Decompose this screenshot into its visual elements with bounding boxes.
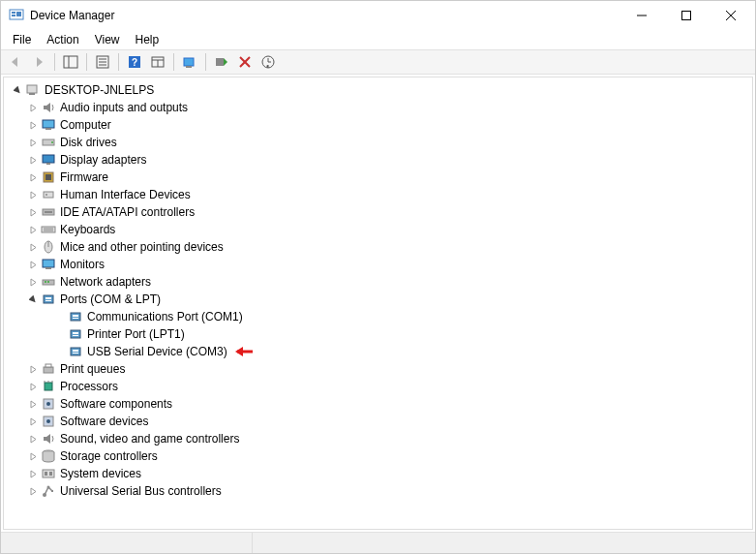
callout-arrow-icon [235, 345, 260, 358]
svg-rect-8 [64, 56, 77, 68]
tree-category[interactable]: Mice and other pointing devices [6, 238, 750, 256]
tree-device[interactable]: Printer Port (LPT1) [6, 325, 750, 343]
tree-category[interactable]: Processors [6, 378, 750, 395]
uninstall-button[interactable] [234, 51, 256, 73]
expand-icon[interactable] [25, 152, 41, 168]
back-button[interactable] [5, 51, 26, 73]
svg-rect-62 [44, 367, 53, 373]
view-button[interactable] [147, 51, 168, 73]
svg-rect-39 [45, 211, 52, 213]
expand-icon[interactable] [25, 431, 41, 446]
minimize-button[interactable] [620, 1, 664, 30]
tree-category[interactable]: Computer [6, 116, 750, 134]
expand-icon[interactable] [25, 204, 41, 220]
device-tree[interactable]: DESKTOP-JNLELPSAudio inputs and outputsC… [3, 77, 753, 530]
menu-file[interactable]: File [5, 31, 39, 48]
svg-rect-19 [184, 58, 194, 66]
svg-text:?: ? [132, 57, 137, 68]
expand-icon[interactable] [25, 466, 41, 481]
tree-item-label: Processors [60, 380, 118, 393]
help-button[interactable]: ? [124, 51, 145, 73]
usb-icon [41, 483, 56, 499]
tree-category[interactable]: IDE ATA/ATAPI controllers [6, 203, 750, 221]
svg-rect-57 [73, 332, 78, 334]
tree-category[interactable]: Universal Serial Bus controllers [6, 482, 750, 500]
showhide-tree-button[interactable] [60, 51, 81, 73]
menu-help[interactable]: Help [128, 31, 167, 48]
software-icon [41, 396, 56, 412]
tree-category[interactable]: Network adapters [6, 273, 750, 291]
maximize-button[interactable] [664, 1, 709, 30]
expand-icon[interactable] [25, 361, 41, 377]
tree-item-label: Software components [60, 397, 172, 411]
forward-button[interactable] [28, 51, 49, 73]
window-title: Device Manager [30, 9, 620, 22]
scan-button[interactable] [179, 51, 200, 73]
tree-category[interactable]: Keyboards [6, 221, 750, 238]
system-icon [41, 466, 56, 481]
tree-category[interactable]: Software components [6, 395, 750, 413]
expand-icon[interactable] [25, 239, 41, 255]
expand-icon[interactable] [25, 100, 41, 115]
monitor-icon [41, 257, 56, 272]
expand-icon[interactable] [25, 117, 41, 133]
tree-category[interactable]: Human Interface Devices [6, 186, 750, 203]
port-icon [41, 292, 56, 307]
expand-icon[interactable] [25, 414, 41, 429]
update-driver-button[interactable] [211, 51, 232, 73]
pc-icon [25, 82, 41, 98]
network-icon [41, 274, 56, 290]
enable-button[interactable] [257, 51, 279, 73]
expand-icon[interactable] [25, 257, 41, 272]
expand-icon[interactable] [25, 169, 41, 185]
tree-category[interactable]: Monitors [6, 256, 750, 273]
expand-icon[interactable] [25, 396, 41, 412]
svg-rect-75 [49, 472, 52, 476]
svg-rect-54 [73, 315, 78, 317]
port-icon [68, 344, 83, 359]
expand-icon[interactable] [25, 187, 41, 202]
properties-button[interactable] [92, 51, 113, 73]
expand-icon[interactable] [25, 274, 41, 290]
svg-rect-64 [45, 383, 52, 390]
tree-category[interactable]: Display adapters [6, 151, 750, 169]
tree-category[interactable]: Storage controllers [6, 447, 750, 465]
tree-category[interactable]: Audio inputs and outputs [6, 99, 750, 116]
tree-category[interactable]: Print queues [6, 360, 750, 378]
svg-point-31 [51, 141, 53, 143]
tree-device[interactable]: USB Serial Device (COM3) [6, 343, 750, 360]
tree-category[interactable]: Sound, video and game controllers [6, 430, 750, 447]
tree-category[interactable]: Disk drives [6, 134, 750, 151]
svg-point-37 [45, 194, 47, 196]
tree-root[interactable]: DESKTOP-JNLELPS [6, 81, 750, 99]
expand-icon[interactable] [25, 483, 41, 499]
tree-category[interactable]: Firmware [6, 169, 750, 186]
svg-rect-28 [43, 120, 54, 128]
tree-device[interactable]: Communications Port (COM1) [6, 308, 750, 325]
menu-action[interactable]: Action [39, 31, 86, 48]
collapse-icon[interactable] [10, 82, 25, 98]
tree-category[interactable]: Software devices [6, 413, 750, 430]
tree-item-label: Printer Port (LPT1) [87, 327, 185, 341]
close-button[interactable] [709, 1, 753, 30]
menubar: File Action View Help [1, 30, 755, 49]
hid-icon [41, 187, 56, 202]
svg-point-48 [45, 281, 46, 283]
menu-view[interactable]: View [87, 31, 128, 48]
tree-category[interactable]: Ports (COM & LPT) [6, 291, 750, 308]
toolbar-separator [118, 53, 119, 71]
toolbar-separator [54, 53, 55, 71]
tree-item-label: Firmware [60, 170, 108, 184]
svg-rect-21 [216, 58, 224, 66]
expand-icon[interactable] [25, 135, 41, 150]
svg-rect-5 [682, 12, 691, 20]
svg-rect-60 [73, 350, 78, 352]
toolbar: ? [1, 49, 755, 75]
expand-icon[interactable] [25, 448, 41, 464]
tree-category[interactable]: System devices [6, 465, 750, 482]
tree-item-label: Network adapters [60, 275, 151, 289]
svg-rect-61 [73, 353, 78, 354]
collapse-icon[interactable] [25, 292, 41, 307]
expand-icon[interactable] [25, 379, 41, 394]
expand-icon[interactable] [25, 222, 41, 237]
